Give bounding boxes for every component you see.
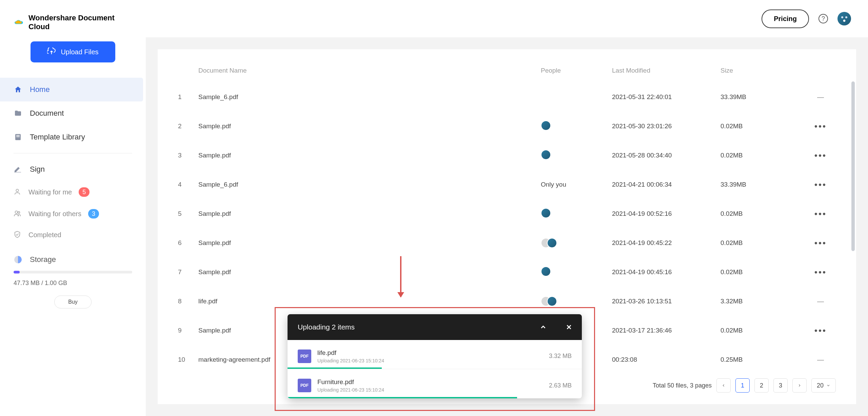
sidebar-item-label: Completed (28, 231, 61, 239)
sidebar-item-label: Home (30, 85, 50, 94)
row-actions: ••• (805, 267, 836, 278)
people-avatar-stack (541, 296, 612, 306)
svg-point-5 (18, 212, 20, 214)
row-size: 3.32MB (721, 298, 805, 305)
row-people: Only you (541, 181, 612, 188)
sidebar-item-label: Waiting for me (28, 188, 72, 196)
table-row[interactable]: 3Sample.pdf2021-05-28 00:34:400.02MB••• (178, 141, 836, 170)
row-actions: ••• (805, 238, 836, 248)
th-name: Document Name (198, 67, 541, 74)
sidebar-item-waiting-for-me[interactable]: Waiting for me 5 (0, 181, 146, 203)
row-actions: ••• (805, 179, 836, 190)
no-action: — (817, 356, 824, 363)
svg-rect-2 (16, 136, 20, 137)
row-index: 6 (178, 239, 198, 247)
buy-button[interactable]: Buy (54, 296, 92, 308)
table-row[interactable]: 7Sample.pdf2021-04-19 00:45:160.02MB••• (178, 258, 836, 287)
sidebar-item-label: Waiting for others (28, 210, 81, 218)
table-row[interactable]: 8life.pdf2021-03-26 10:13:513.32MB— (178, 287, 836, 316)
storage-text: 47.73 MB / 1.00 GB (0, 277, 146, 289)
upload-file-name: Furniture.pdf (317, 378, 384, 386)
row-modified: 00:23:08 (612, 356, 721, 363)
people-avatar-stack (541, 238, 612, 248)
user-avatar[interactable] (837, 12, 851, 25)
sidebar-item-label: Template Library (30, 133, 85, 141)
table-row[interactable]: 1Sample_6.pdf2021-05-31 22:40:0133.39MB— (178, 82, 836, 112)
page-size-select[interactable]: 20 (811, 378, 836, 393)
row-index: 10 (178, 356, 198, 363)
more-actions-icon[interactable]: ••• (814, 267, 827, 277)
help-icon[interactable]: ? (818, 14, 828, 23)
table-row[interactable]: 4Sample_6.pdfOnly you2021-04-21 00:06:34… (178, 170, 836, 199)
upload-progress-bar (288, 367, 382, 369)
row-actions: ••• (805, 150, 836, 161)
page-next[interactable] (792, 378, 807, 393)
row-modified: 2021-03-26 10:13:51 (612, 298, 721, 305)
row-size: 0.02MB (721, 122, 805, 130)
row-name: life.pdf (198, 298, 541, 305)
row-modified: 2021-04-21 00:06:34 (612, 181, 721, 188)
sidebar-item-sign[interactable]: Sign (0, 157, 146, 181)
table-row[interactable]: 6Sample.pdf2021-04-19 00:45:220.02MB••• (178, 228, 836, 258)
upload-files-button[interactable]: Upload Files (31, 41, 115, 62)
pdf-file-icon: PDF (298, 349, 311, 363)
more-actions-icon[interactable]: ••• (814, 238, 827, 248)
chevron-down-icon (826, 383, 830, 387)
upload-progress-panel: Uploading 2 items PDFlife.pdfUploading 2… (288, 314, 582, 398)
row-size: 0.02MB (721, 210, 805, 218)
storage-bar (14, 271, 132, 273)
row-size: 0.02MB (721, 268, 805, 276)
chevron-up-icon (539, 323, 547, 331)
people-avatar (541, 150, 551, 160)
more-actions-icon[interactable]: ••• (814, 150, 827, 160)
svg-point-4 (15, 211, 18, 213)
sidebar-item-home[interactable]: Home (0, 78, 143, 101)
pie-chart-icon (14, 255, 22, 264)
upload-panel-close[interactable] (556, 314, 582, 340)
row-actions: ••• (805, 209, 836, 219)
row-people (541, 150, 612, 162)
page-number[interactable]: 3 (773, 378, 788, 393)
pricing-button[interactable]: Pricing (762, 10, 809, 28)
upload-item: PDFFurniture.pdfUploading 2021-06-23 15:… (288, 369, 582, 398)
upload-panel-collapse[interactable] (530, 314, 556, 340)
page-number[interactable]: 1 (735, 378, 750, 393)
folder-icon (14, 109, 22, 118)
upload-panel-title: Uploading 2 items (288, 323, 530, 331)
row-modified: 2021-05-31 22:40:01 (612, 93, 721, 101)
pagination-summary: Total 50 files, 3 pages (653, 382, 712, 389)
row-name: Sample.pdf (198, 152, 541, 159)
scrollbar[interactable] (851, 81, 855, 251)
sidebar-item-completed[interactable]: Completed (0, 225, 146, 245)
sidebar-item-document[interactable]: Document (0, 101, 146, 125)
more-actions-icon[interactable]: ••• (814, 209, 827, 219)
row-modified: 2021-05-30 23:01:26 (612, 122, 721, 130)
sidebar-item-waiting-for-others[interactable]: Waiting for others 3 (0, 203, 146, 225)
people-text: Only you (541, 181, 566, 188)
sidebar-item-label: Sign (30, 165, 45, 174)
row-index: 3 (178, 152, 198, 159)
table-row[interactable]: 2Sample.pdf2021-05-30 23:01:260.02MB••• (178, 112, 836, 141)
row-modified: 2021-05-28 00:34:40 (612, 152, 721, 159)
row-people (541, 266, 612, 278)
row-size: 33.39MB (721, 181, 805, 188)
more-actions-icon[interactable]: ••• (814, 121, 827, 131)
svg-rect-1 (16, 135, 20, 136)
topbar: Pricing ? (146, 0, 868, 37)
table-header: Document Name People Last Modified Size (178, 63, 836, 82)
upload-item: PDFlife.pdfUploading 2021-06-23 15:10:24… (288, 340, 582, 369)
page-prev[interactable] (716, 378, 731, 393)
sidebar-item-label: Document (30, 109, 64, 118)
row-index: 4 (178, 181, 198, 188)
sidebar: Wondershare Document Cloud Upload Files … (0, 0, 146, 416)
upload-file-name: life.pdf (317, 349, 384, 357)
brand-logo[interactable]: Wondershare Document Cloud (0, 0, 146, 41)
sidebar-item-template-library[interactable]: Template Library (0, 125, 146, 149)
row-modified: 2021-04-19 00:45:16 (612, 268, 721, 276)
row-modified: 2021-04-19 00:52:16 (612, 210, 721, 218)
more-actions-icon[interactable]: ••• (814, 179, 827, 190)
upload-progress-bar (288, 397, 517, 398)
more-actions-icon[interactable]: ••• (814, 325, 827, 336)
page-number[interactable]: 2 (754, 378, 769, 393)
table-row[interactable]: 5Sample.pdf2021-04-19 00:52:160.02MB••• (178, 199, 836, 228)
